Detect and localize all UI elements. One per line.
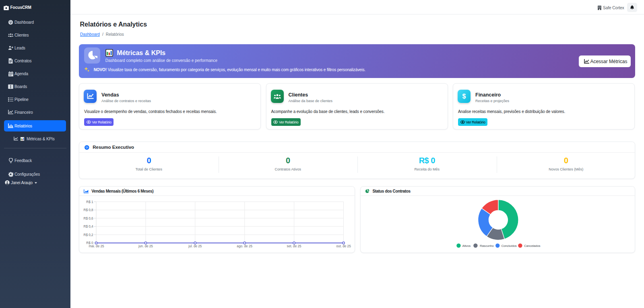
svg-text:R$ 0,4: R$ 0,4 — [83, 225, 93, 228]
svg-text:out. de 25: out. de 25 — [336, 245, 351, 248]
svg-text:Concluídos: Concluídos — [501, 244, 516, 248]
svg-text:R$ 0,6: R$ 0,6 — [83, 217, 93, 220]
svg-text:R$ 1: R$ 1 — [86, 200, 93, 204]
svg-text:Cancelados: Cancelados — [524, 244, 540, 248]
svg-text:R$ 0,8: R$ 0,8 — [83, 208, 93, 212]
svg-text:R$ 0,2: R$ 0,2 — [83, 233, 93, 237]
svg-text:jun. de 25: jun. de 25 — [138, 245, 153, 248]
svg-text:Rascunho: Rascunho — [480, 244, 494, 248]
svg-text:Ativos: Ativos — [462, 244, 471, 248]
svg-text:set. de 25: set. de 25 — [287, 245, 301, 248]
svg-text:mai. de 25: mai. de 25 — [89, 245, 104, 248]
svg-text:ago. de 25: ago. de 25 — [237, 245, 252, 248]
svg-text:jul. de 25: jul. de 25 — [188, 245, 202, 248]
